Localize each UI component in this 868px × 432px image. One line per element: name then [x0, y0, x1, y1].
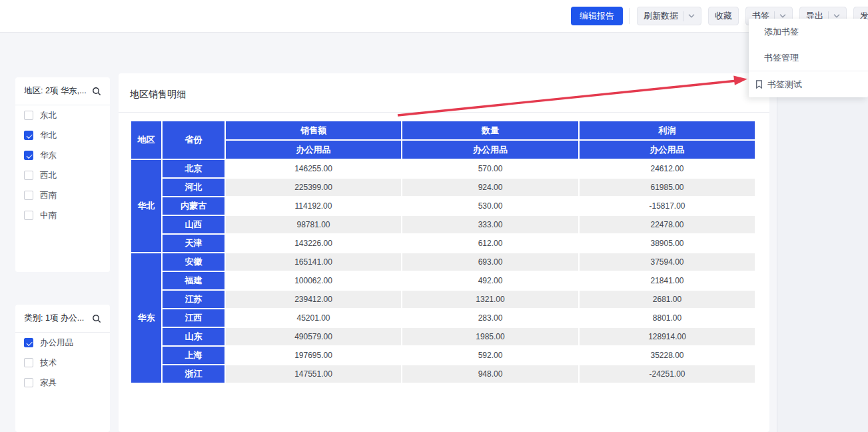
checkbox[interactable]	[24, 211, 33, 220]
search-icon[interactable]	[92, 87, 101, 96]
menu-item-1[interactable]: 书签管理	[749, 45, 868, 71]
filter-option-0-3[interactable]: 西北	[15, 165, 110, 185]
table-row: 上海197695.00592.0035228.00	[131, 346, 755, 365]
checkbox[interactable]	[24, 191, 33, 200]
value-cell: 22478.00	[579, 215, 755, 234]
col-header-province: 省份	[162, 121, 225, 159]
value-cell: 1985.00	[402, 327, 579, 346]
edit-report-button[interactable]: 编辑报告	[571, 7, 623, 25]
table-row: 浙江147551.00948.00-24251.00	[131, 365, 755, 383]
value-cell: 38905.00	[579, 234, 755, 253]
filter-card-1: 类别: 1项 办公...办公用品技术家具	[15, 305, 110, 432]
sub-header-1: 办公用品	[402, 140, 579, 159]
value-cell: 592.00	[402, 346, 579, 365]
title-divider	[119, 112, 769, 113]
report-card: 地区销售明细 地区省份销售额数量利润办公用品办公用品办公用品 华北北京14625…	[119, 73, 769, 432]
filter-option-label: 华北	[40, 130, 57, 141]
bookmark-dropdown-menu: 添加书签书签管理书签测试	[749, 19, 868, 97]
value-cell: 147551.00	[225, 365, 402, 383]
toolbar-button-1[interactable]: 收藏	[708, 7, 739, 25]
toolbar-button-label: 收藏	[715, 10, 732, 22]
province-cell: 江西	[162, 309, 225, 327]
checkbox[interactable]	[24, 171, 33, 180]
filter-title: 地区: 2项 华东,...	[24, 85, 87, 97]
filter-card-header: 类别: 1项 办公...	[15, 305, 110, 333]
value-cell: 693.00	[402, 253, 579, 271]
col-header-metric-1: 数量	[402, 121, 579, 140]
value-cell: 570.00	[402, 159, 579, 178]
menu-item-label: 书签测试	[767, 79, 802, 91]
value-cell: 100062.00	[225, 271, 402, 290]
filter-option-label: 家具	[40, 377, 57, 389]
value-cell: 165141.00	[225, 253, 402, 271]
value-cell: 37594.00	[579, 253, 755, 271]
report-title: 地区销售明细	[130, 89, 186, 101]
table-row: 福建100062.00492.0021841.00	[131, 271, 755, 290]
value-cell: 225399.00	[225, 178, 402, 197]
table-row: 山东490579.001985.00128914.00	[131, 327, 755, 346]
filter-option-0-0[interactable]: 东北	[15, 105, 110, 125]
value-cell: 114192.00	[225, 197, 402, 215]
toolbar-button-label: 刷新数据	[644, 10, 678, 22]
filter-option-0-5[interactable]: 中南	[15, 205, 110, 225]
province-cell: 内蒙古	[162, 197, 225, 215]
table-row: 内蒙古114192.00530.00-15817.00	[131, 197, 755, 215]
province-cell: 山东	[162, 327, 225, 346]
top-toolbar-bar: 编辑报告 刷新数据收藏书签导出发布	[0, 0, 868, 33]
search-icon[interactable]	[92, 314, 101, 323]
filter-option-label: 东北	[40, 110, 57, 121]
filter-option-1-2[interactable]: 家具	[15, 373, 110, 393]
toolbar-button-0[interactable]: 刷新数据	[637, 7, 701, 25]
filter-option-label: 中南	[40, 210, 57, 221]
chevron-down-icon[interactable]	[833, 14, 840, 18]
bookmark-icon	[755, 80, 763, 89]
value-cell: 35228.00	[579, 346, 755, 365]
checkbox[interactable]	[24, 151, 33, 160]
chevron-down-icon[interactable]	[779, 14, 786, 18]
value-cell: 239412.00	[225, 290, 402, 309]
value-cell: 612.00	[402, 234, 579, 253]
value-cell: 490579.00	[225, 327, 402, 346]
province-cell: 江苏	[162, 290, 225, 309]
menu-item-0[interactable]: 添加书签	[749, 19, 868, 45]
filter-option-1-1[interactable]: 技术	[15, 353, 110, 373]
menu-item-label: 添加书签	[764, 26, 799, 38]
value-cell: 8801.00	[579, 309, 755, 327]
filter-card-header: 地区: 2项 华东,...	[15, 77, 110, 105]
table-row: 华北北京146255.00570.0024612.00	[131, 159, 755, 178]
value-cell: 2681.00	[579, 290, 755, 309]
value-cell: 98781.00	[225, 215, 402, 234]
col-header-metric-2: 利润	[579, 121, 755, 140]
table-row: 江西45201.00283.008801.00	[131, 309, 755, 327]
province-cell: 河北	[162, 178, 225, 197]
filter-title: 类别: 1项 办公...	[24, 313, 84, 324]
checkbox[interactable]	[24, 111, 33, 120]
province-cell: 福建	[162, 271, 225, 290]
value-cell: 21841.00	[579, 271, 755, 290]
filter-option-0-4[interactable]: 西南	[15, 185, 110, 205]
filter-option-1-0[interactable]: 办公用品	[15, 333, 110, 353]
col-header-region: 地区	[131, 121, 162, 159]
value-cell: 45201.00	[225, 309, 402, 327]
sub-header-2: 办公用品	[579, 140, 755, 159]
checkbox[interactable]	[24, 131, 33, 140]
filter-option-label: 华东	[40, 150, 57, 161]
region-cell-1: 华东	[131, 253, 162, 383]
chevron-down-icon[interactable]	[688, 14, 695, 18]
menu-item-2[interactable]: 书签测试	[749, 71, 868, 97]
table-row: 天津143226.00612.0038905.00	[131, 234, 755, 253]
value-cell: 333.00	[402, 215, 579, 234]
col-header-metric-0: 销售额	[225, 121, 402, 140]
province-cell: 安徽	[162, 253, 225, 271]
checkbox[interactable]	[24, 358, 33, 367]
filter-option-0-1[interactable]: 华北	[15, 125, 110, 145]
value-cell: -24251.00	[579, 365, 755, 383]
menu-item-label: 书签管理	[764, 52, 799, 64]
filter-option-0-2[interactable]: 华东	[15, 145, 110, 165]
checkbox[interactable]	[24, 378, 33, 387]
checkbox[interactable]	[24, 338, 33, 347]
filter-card-0: 地区: 2项 华东,...东北华北华东西北西南中南	[15, 77, 110, 272]
filter-option-label: 技术	[40, 357, 57, 369]
value-cell: 197695.00	[225, 346, 402, 365]
value-cell: 530.00	[402, 197, 579, 215]
